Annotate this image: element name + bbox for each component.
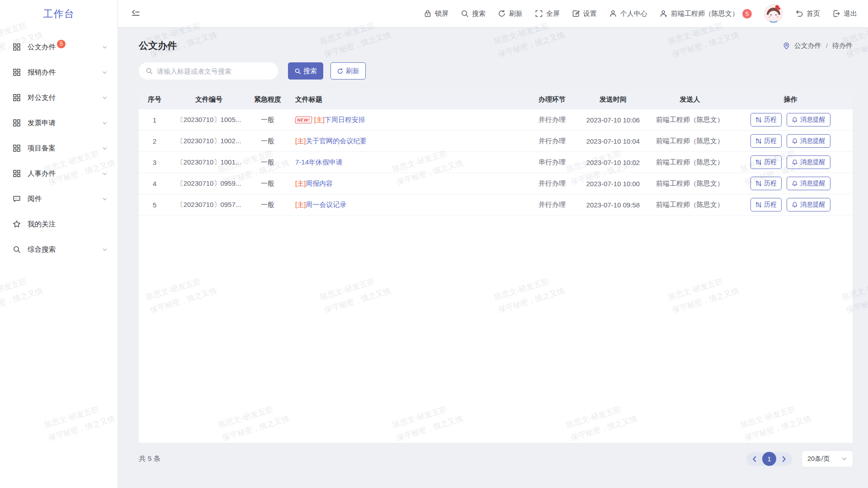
grid-icon <box>13 144 21 152</box>
topbar-item-label: 前端工程师（陈思文） <box>671 9 739 18</box>
message-remind-button[interactable]: 消息提醒 <box>787 134 830 148</box>
row-send-time: 2023-07-10 10:02 <box>575 152 651 173</box>
sidebar-item[interactable]: 公文办件 5 <box>0 34 118 60</box>
next-page-icon[interactable] <box>780 455 788 463</box>
pagination: 1 <box>746 452 792 466</box>
table-row: 2 〔20230710〕1002... 一般 [主] 关于官网的会议纪要 并行办… <box>139 131 853 152</box>
sidebar: 工作台 公文办件 5 报销办件 对公支付 发票申请 项目备案 <box>0 0 118 488</box>
search-button-label: 搜索 <box>303 67 317 75</box>
message-remind-button[interactable]: 消息提醒 <box>787 155 830 169</box>
settings-icon <box>572 9 580 18</box>
search-icon <box>294 68 301 75</box>
history-icon <box>755 117 762 123</box>
prev-page-icon[interactable] <box>750 455 759 463</box>
history-button[interactable]: 历程 <box>750 134 782 148</box>
history-icon <box>755 202 762 208</box>
topbar-logout-button[interactable]: 退出 <box>832 9 857 18</box>
refresh-icon <box>498 9 506 18</box>
column-header: 发送人 <box>651 89 728 109</box>
topbar-user-button[interactable]: 个人中心 <box>609 9 647 18</box>
new-badge: NEW! <box>295 117 312 123</box>
table-row: 1 〔20230710〕1005... 一般 NEW! [主] 下周日程安排 并… <box>139 109 853 131</box>
chevron-down-icon <box>102 120 108 126</box>
document-title-link[interactable]: 7-14年休假申请 <box>295 158 343 167</box>
sidebar-item[interactable]: 对公支付 <box>0 85 118 110</box>
topbar-fullscreen-button[interactable]: 全屏 <box>535 9 560 18</box>
row-sender: 前端工程师（陈思文） <box>651 109 728 130</box>
sidebar-item-label: 综合搜索 <box>28 245 56 254</box>
sidebar-item-label: 公文办件 <box>28 42 56 52</box>
topbar: 锁屏 搜索 刷新 全屏 设置 个人中心 前端工程师（陈思文） 5 <box>118 0 868 27</box>
document-title-link[interactable]: 关于官网的会议纪要 <box>306 137 367 145</box>
message-remind-button[interactable]: 消息提醒 <box>787 113 830 127</box>
document-title-link[interactable]: 周报内容 <box>306 179 333 188</box>
breadcrumb-current: 待办件 <box>832 42 853 50</box>
refresh-button-label: 刷新 <box>346 67 359 75</box>
doc-tag: [主] <box>295 179 306 188</box>
sidebar-fold-icon[interactable] <box>131 9 141 19</box>
row-step: 并行办理 <box>529 131 575 151</box>
topbar-refresh-button[interactable]: 刷新 <box>498 9 523 18</box>
logout-icon <box>832 9 840 18</box>
topbar-item-label: 全屏 <box>546 9 560 18</box>
sidebar-item-label: 发票申请 <box>28 118 56 128</box>
row-urgency: 一般 <box>247 173 288 194</box>
sidebar-item[interactable]: 人事办件 <box>0 161 118 186</box>
message-remind-button[interactable]: 消息提醒 <box>787 198 830 211</box>
grid-icon <box>13 119 21 127</box>
refresh-button[interactable]: 刷新 <box>330 62 366 80</box>
document-title-link[interactable]: 下周日程安排 <box>325 116 365 124</box>
search-input[interactable] <box>157 67 271 75</box>
grid-icon <box>13 169 21 178</box>
search-button[interactable]: 搜索 <box>288 62 323 80</box>
topbar-lock-button[interactable]: 锁屏 <box>424 9 448 18</box>
history-icon <box>755 159 762 165</box>
topbar-item-label: 锁屏 <box>435 9 448 18</box>
page-number-button[interactable]: 1 <box>762 452 776 466</box>
sidebar-item[interactable]: 综合搜索 <box>0 237 118 262</box>
history-button[interactable]: 历程 <box>750 155 782 169</box>
sidebar-item[interactable]: 报销办件 <box>0 60 118 85</box>
row-sender: 前端工程师（陈思文） <box>651 152 728 173</box>
sidebar-item-label: 阅件 <box>28 194 42 204</box>
sidebar-menu: 公文办件 5 报销办件 对公支付 发票申请 项目备案 <box>0 28 118 262</box>
document-title-link[interactable]: 周一会议记录 <box>306 201 346 209</box>
sidebar-item[interactable]: 发票申请 <box>0 110 118 136</box>
topbar-item-label: 搜索 <box>472 9 486 18</box>
chevron-down-icon <box>102 145 108 151</box>
grid-icon <box>13 94 21 102</box>
history-button[interactable]: 历程 <box>750 198 782 211</box>
row-send-time: 2023-07-10 10:06 <box>575 109 651 130</box>
bell-icon <box>792 202 798 208</box>
user-icon <box>609 9 617 18</box>
sidebar-item[interactable]: 项目备案 <box>0 136 118 161</box>
row-step: 串行办理 <box>529 152 575 173</box>
chevron-down-icon <box>102 70 108 75</box>
topbar-home-button[interactable]: 首页 <box>795 9 820 18</box>
sidebar-badge: 5 <box>57 40 66 48</box>
chevron-down-icon <box>102 171 108 177</box>
chevron-down-icon <box>841 456 847 462</box>
sidebar-item[interactable]: 我的关注 <box>0 211 118 237</box>
history-button[interactable]: 历程 <box>750 113 782 127</box>
lock-icon <box>424 9 432 18</box>
topbar-avatar[interactable] <box>764 4 783 23</box>
search-icon <box>146 67 153 75</box>
sidebar-item-label: 我的关注 <box>28 220 56 229</box>
table-header-row: 序号文件编号紧急程度文件标题办理环节发送时间发送人操作 <box>139 89 853 109</box>
doc-tag: [主] <box>295 201 306 209</box>
topbar-user-switch-button[interactable]: 前端工程师（陈思文） 5 <box>660 9 752 19</box>
page-title: 公文办件 <box>139 39 177 52</box>
history-button[interactable]: 历程 <box>750 177 782 190</box>
bell-icon <box>792 180 798 187</box>
topbar-search-button[interactable]: 搜索 <box>461 9 486 18</box>
row-urgency: 一般 <box>247 109 288 130</box>
row-step: 并行办理 <box>529 173 575 194</box>
topbar-settings-button[interactable]: 设置 <box>572 9 597 18</box>
breadcrumb-root[interactable]: 公文办件 <box>794 42 821 50</box>
sidebar-item[interactable]: 阅件 <box>0 186 118 211</box>
column-header: 紧急程度 <box>247 89 288 109</box>
page-size-select[interactable]: 20条/页 <box>802 451 853 467</box>
breadcrumb-separator: / <box>826 42 828 50</box>
message-remind-button[interactable]: 消息提醒 <box>787 177 830 190</box>
